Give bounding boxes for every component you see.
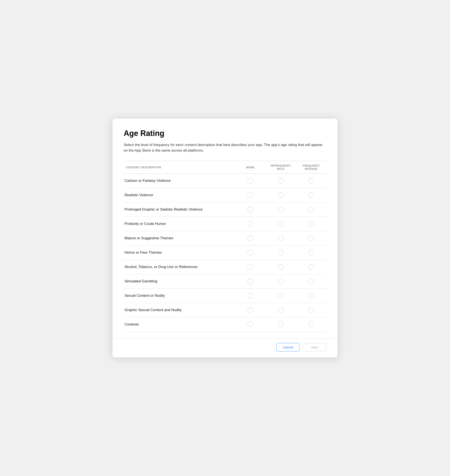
radio-infrequent-3[interactable] <box>278 207 284 212</box>
radio-frequent-10[interactable] <box>308 307 314 313</box>
next-button[interactable]: Next <box>303 343 326 351</box>
radio-infrequent-cell <box>266 231 296 246</box>
row-description: Mature or Suggestive Themes <box>124 231 235 246</box>
radio-frequent-cell <box>296 231 326 246</box>
radio-none-cell <box>235 303 266 317</box>
radio-infrequent-cell <box>266 188 296 202</box>
radio-none-cell <box>235 174 266 188</box>
radio-frequent-6[interactable] <box>308 250 314 255</box>
radio-frequent-cell <box>296 289 326 303</box>
radio-infrequent-6[interactable] <box>278 250 284 255</box>
radio-frequent-8[interactable] <box>308 278 314 284</box>
radio-infrequent-cell <box>266 174 296 188</box>
row-description: Sexual Content or Nudity <box>124 289 235 303</box>
table-row: Sexual Content or Nudity <box>124 289 326 303</box>
radio-none-cell <box>235 202 266 217</box>
age-rating-modal: Age Rating Select the level of frequency… <box>112 119 338 357</box>
radio-frequent-cell <box>296 317 326 332</box>
table-row: Graphic Sexual Content and Nudity <box>124 303 326 317</box>
radio-infrequent-cell <box>266 289 296 303</box>
header-infrequent: INFREQUENT/MILD <box>266 161 296 174</box>
radio-infrequent-9[interactable] <box>278 293 284 298</box>
row-description: Cartoon or Fantasy Violence <box>124 174 235 188</box>
radio-none-5[interactable] <box>248 235 253 241</box>
radio-none-cell <box>235 289 266 303</box>
radio-none-11[interactable] <box>248 322 253 327</box>
radio-infrequent-2[interactable] <box>278 192 284 198</box>
radio-frequent-cell <box>296 246 326 260</box>
table-row: Horror or Fear Themes <box>124 246 326 260</box>
radio-none-cell <box>235 260 266 274</box>
table-row: Cartoon or Fantasy Violence <box>124 174 326 188</box>
radio-none-cell <box>235 188 266 202</box>
radio-frequent-cell <box>296 303 326 317</box>
table-row: Profanity or Crude Humor <box>124 217 326 231</box>
description-text: Select the level of frequency for each c… <box>124 142 326 153</box>
header-frequent: FREQUENT/INTENSE <box>296 161 326 174</box>
radio-frequent-cell <box>296 188 326 202</box>
radio-none-9[interactable] <box>248 293 253 298</box>
radio-none-6[interactable] <box>248 250 253 255</box>
radio-infrequent-cell <box>266 260 296 274</box>
radio-frequent-5[interactable] <box>308 235 314 241</box>
radio-frequent-cell <box>296 260 326 274</box>
radio-none-7[interactable] <box>248 264 253 270</box>
table-row: Contests <box>124 317 326 332</box>
modal-footer: Cancel Next <box>112 338 338 357</box>
radio-none-2[interactable] <box>248 192 253 198</box>
radio-none-cell <box>235 217 266 231</box>
radio-frequent-11[interactable] <box>308 322 314 327</box>
radio-infrequent-cell <box>266 217 296 231</box>
content-table: CONTENT DESCRIPTION NONE INFREQUENT/MILD… <box>124 161 326 332</box>
radio-none-1[interactable] <box>248 178 253 184</box>
radio-frequent-9[interactable] <box>308 293 314 298</box>
row-description: Graphic Sexual Content and Nudity <box>124 303 235 317</box>
radio-infrequent-5[interactable] <box>278 235 284 241</box>
radio-none-cell <box>235 274 266 289</box>
radio-infrequent-cell <box>266 317 296 332</box>
radio-frequent-cell <box>296 202 326 217</box>
radio-frequent-cell <box>296 274 326 289</box>
table-header-row: CONTENT DESCRIPTION NONE INFREQUENT/MILD… <box>124 161 326 174</box>
radio-none-cell <box>235 317 266 332</box>
radio-frequent-cell <box>296 174 326 188</box>
radio-none-cell <box>235 231 266 246</box>
radio-frequent-cell <box>296 217 326 231</box>
radio-frequent-3[interactable] <box>308 207 314 212</box>
row-description: Profanity or Crude Humor <box>124 217 235 231</box>
radio-infrequent-11[interactable] <box>278 322 284 327</box>
row-description: Contests <box>124 317 235 332</box>
modal-content: Age Rating Select the level of frequency… <box>112 119 338 338</box>
radio-infrequent-8[interactable] <box>278 278 284 284</box>
header-description: CONTENT DESCRIPTION <box>124 161 235 174</box>
table-row: Mature or Suggestive Themes <box>124 231 326 246</box>
radio-frequent-1[interactable] <box>308 178 314 184</box>
radio-none-10[interactable] <box>248 307 253 313</box>
radio-infrequent-cell <box>266 202 296 217</box>
table-row: Simulated Gambling <box>124 274 326 289</box>
radio-frequent-4[interactable] <box>308 221 314 227</box>
cancel-button[interactable]: Cancel <box>276 343 300 351</box>
radio-none-4[interactable] <box>248 221 253 227</box>
page-title: Age Rating <box>124 129 326 138</box>
radio-frequent-2[interactable] <box>308 192 314 198</box>
radio-infrequent-cell <box>266 274 296 289</box>
row-description: Simulated Gambling <box>124 274 235 289</box>
row-description: Alcohol, Tobacco, or Drug Use or Referen… <box>124 260 235 274</box>
radio-infrequent-10[interactable] <box>278 307 284 313</box>
table-row: Realistic Violence <box>124 188 326 202</box>
radio-infrequent-cell <box>266 246 296 260</box>
row-description: Horror or Fear Themes <box>124 246 235 260</box>
table-row: Alcohol, Tobacco, or Drug Use or Referen… <box>124 260 326 274</box>
radio-frequent-7[interactable] <box>308 264 314 270</box>
radio-infrequent-4[interactable] <box>278 221 284 227</box>
row-description: Prolonged Graphic or Sadistic Realistic … <box>124 202 235 217</box>
header-none: NONE <box>235 161 266 174</box>
radio-infrequent-1[interactable] <box>278 178 284 184</box>
table-row: Prolonged Graphic or Sadistic Realistic … <box>124 202 326 217</box>
radio-infrequent-7[interactable] <box>278 264 284 270</box>
radio-none-8[interactable] <box>248 278 253 284</box>
radio-infrequent-cell <box>266 303 296 317</box>
radio-none-cell <box>235 246 266 260</box>
radio-none-3[interactable] <box>248 207 253 212</box>
